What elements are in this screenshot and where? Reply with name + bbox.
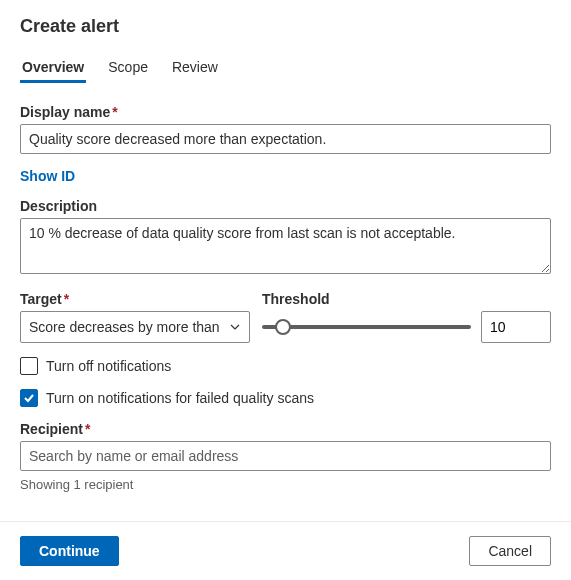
description-textarea[interactable] (20, 218, 551, 274)
target-label-text: Target (20, 291, 62, 307)
recipient-input[interactable] (20, 441, 551, 471)
show-id-link[interactable]: Show ID (20, 168, 75, 184)
threshold-input[interactable] (481, 311, 551, 343)
cancel-button[interactable]: Cancel (469, 536, 551, 566)
description-label: Description (20, 198, 551, 214)
required-asterisk: * (64, 291, 69, 307)
threshold-slider[interactable] (262, 311, 471, 343)
tabs: Overview Scope Review (20, 53, 551, 84)
display-name-label-text: Display name (20, 104, 110, 120)
recipient-hint: Showing 1 recipient (20, 477, 551, 492)
slider-track (262, 325, 471, 329)
target-label: Target* (20, 291, 250, 307)
threshold-label: Threshold (262, 291, 551, 307)
turn-off-notifications-checkbox[interactable] (20, 357, 38, 375)
tab-scope[interactable]: Scope (106, 53, 150, 83)
page-title: Create alert (20, 16, 551, 37)
target-selected-value: Score decreases by more than (29, 319, 220, 335)
display-name-label: Display name* (20, 104, 551, 120)
required-asterisk: * (85, 421, 90, 437)
continue-button[interactable]: Continue (20, 536, 119, 566)
slider-thumb[interactable] (275, 319, 291, 335)
tab-review[interactable]: Review (170, 53, 220, 83)
display-name-input[interactable] (20, 124, 551, 154)
checkmark-icon (23, 392, 35, 404)
chevron-down-icon (229, 321, 241, 333)
required-asterisk: * (112, 104, 117, 120)
turn-off-notifications-label: Turn off notifications (46, 358, 171, 374)
turn-on-failed-scans-checkbox[interactable] (20, 389, 38, 407)
turn-on-failed-scans-label: Turn on notifications for failed quality… (46, 390, 314, 406)
tab-overview[interactable]: Overview (20, 53, 86, 83)
recipient-label: Recipient* (20, 421, 551, 437)
target-select[interactable]: Score decreases by more than (20, 311, 250, 343)
footer: Continue Cancel (0, 521, 571, 580)
recipient-label-text: Recipient (20, 421, 83, 437)
